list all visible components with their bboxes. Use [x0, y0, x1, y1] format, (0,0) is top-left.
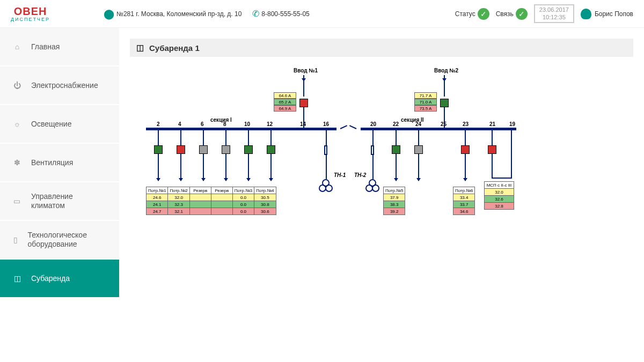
phone-text: 8-800-555-55-05	[261, 10, 309, 18]
address-text: №281 г. Москва, Коломенский пр-зд, д. 10	[116, 10, 241, 18]
busbar-2	[361, 128, 516, 130]
feeder-number: 2	[157, 121, 160, 127]
bulb-icon: ☼	[11, 117, 24, 130]
feeder-number: 6	[201, 121, 204, 127]
consumer-table-1: Потр.№1Потр.№2РезервРезервПотр.№3Потр.№4…	[146, 187, 276, 215]
user[interactable]: Борис Попов	[581, 9, 633, 19]
link-check-icon: ✓	[516, 8, 528, 20]
logo-main: ОВЕН	[14, 5, 47, 18]
feeder-number: 16	[323, 121, 329, 127]
msp-table: МСП с II-с III 32.0 32.6 32.8	[484, 181, 514, 210]
input2-label: Ввод №2	[434, 68, 458, 73]
status-indicator: Статус ✓	[455, 8, 489, 20]
feeder-number: 12	[267, 121, 273, 127]
tn2-label: ТН-2	[354, 172, 366, 178]
sidebar-item-label: Управление климатом	[31, 192, 108, 210]
input1-measure-3: 64.9 A	[274, 105, 296, 112]
sidebar: ⌂ Главная ⏻ Электроснабжение ☼ Освещение…	[0, 28, 119, 362]
page-title: Субаренда 1	[149, 43, 200, 53]
feeder-number: 25	[441, 121, 447, 127]
sidebar-item-power[interactable]: ⏻ Электроснабжение	[0, 67, 119, 104]
breaker-feeder-4[interactable]	[177, 145, 185, 154]
fuse-tn1	[324, 145, 327, 155]
input1-label: Ввод №1	[294, 68, 318, 73]
date: 23.06.2017	[539, 6, 569, 13]
page-title-icon: ◫	[136, 43, 144, 53]
consumer-table-2: Потр.№5 37.9 38.3 39.2	[383, 187, 405, 215]
busbar-1	[146, 128, 336, 130]
section1-label: секция I	[210, 117, 232, 123]
header: ОВЕН ДИСПЕТЧЕР ⬤ №281 г. Москва, Коломен…	[0, 0, 644, 28]
sidebar-item-climate[interactable]: ▭ Управление климатом	[0, 182, 119, 220]
sidebar-item-label: Освещение	[31, 120, 71, 129]
feeder-number: 21	[489, 121, 495, 127]
input2-measure-3: 73.5 A	[414, 105, 437, 112]
feeder-number: 22	[393, 121, 399, 127]
user-icon	[581, 9, 591, 19]
sidebar-item-tech[interactable]: ▯ Технологическое оборудование	[0, 221, 119, 258]
feeder-number: 14	[300, 121, 306, 127]
status-label: Статус	[455, 10, 475, 18]
phone: ✆ 8-800-555-55-05	[252, 9, 309, 19]
breaker-feeder-23[interactable]	[461, 145, 470, 154]
sidebar-item-label: Вентиляция	[31, 158, 73, 167]
sidebar-item-lighting[interactable]: ☼ Освещение	[0, 105, 119, 143]
feeder-number: 23	[463, 121, 469, 127]
input1-measure-2: 65.2 A	[274, 99, 296, 105]
breaker-feeder-24[interactable]	[414, 145, 423, 154]
consumer-table-3: Потр.№6 33.4 33.7 34.6	[453, 187, 475, 215]
arrow-icon	[302, 78, 306, 82]
input1-measure-1: 64.6 A	[274, 92, 296, 99]
plug-icon: ⏻	[11, 79, 24, 92]
location-pin-icon: ⬤	[104, 8, 114, 20]
fuse-tn2	[371, 145, 374, 155]
sidebar-item-label: Главная	[31, 42, 60, 51]
sidebar-item-ventilation[interactable]: ✽ Вентиляция	[0, 144, 119, 181]
arrow-icon	[442, 78, 447, 82]
sidebar-item-sublease[interactable]: ◫ Субаренда	[0, 260, 119, 297]
logo[interactable]: ОВЕН ДИСПЕТЧЕР	[11, 5, 50, 22]
breaker-feeder-22[interactable]	[392, 145, 400, 154]
link-indicator: Связь ✓	[496, 8, 528, 20]
electrical-diagram: Ввод №1 64.6 A 65.2 A 64.9 A Ввод №2 71.…	[135, 68, 516, 250]
sidebar-item-label: Технологическое оборудование	[28, 231, 109, 249]
sidebar-item-home[interactable]: ⌂ Главная	[0, 28, 119, 65]
feeder-number: 10	[244, 121, 250, 127]
address: ⬤ №281 г. Москва, Коломенский пр-зд, д. …	[104, 8, 241, 20]
feeder-number: 24	[415, 121, 421, 127]
breaker-input2[interactable]	[440, 99, 449, 107]
feeder-number: 19	[509, 121, 515, 127]
equipment-icon: ▯	[11, 233, 20, 246]
bus-coupler[interactable]	[340, 125, 356, 132]
sidebar-item-label: Субаренда	[31, 274, 70, 283]
status-check-icon: ✓	[478, 8, 489, 20]
logo-sub: ДИСПЕТЧЕР	[11, 17, 50, 22]
breaker-feeder-10[interactable]	[244, 145, 253, 154]
input2-measure-2: 71.0 A	[414, 99, 437, 105]
datetime-box: 23.06.2017 10:12:35	[534, 4, 574, 23]
breaker-feeder-21[interactable]	[488, 145, 496, 154]
input2-measure-1: 71.7 A	[414, 92, 437, 99]
ac-icon: ▭	[11, 195, 24, 208]
user-name: Борис Попов	[595, 10, 633, 18]
page-title-bar: ◫ Субаренда 1	[130, 39, 633, 57]
link-label: Связь	[496, 10, 514, 18]
breaker-input1[interactable]	[299, 99, 308, 107]
feeder-number: 20	[370, 121, 376, 127]
breaker-feeder-12[interactable]	[267, 145, 275, 154]
time: 10:12:35	[539, 14, 569, 21]
content: ◫ Субаренда 1 Ввод №1 64.6 A 65.2 A 64.9…	[119, 28, 644, 362]
breaker-feeder-2[interactable]	[154, 145, 163, 154]
home-icon: ⌂	[11, 40, 24, 53]
sidebar-item-label: Электроснабжение	[31, 81, 98, 90]
feeder-number: 4	[178, 121, 181, 127]
tn1-label: ТН-1	[334, 172, 346, 178]
phone-icon: ✆	[252, 9, 259, 19]
breaker-feeder-6[interactable]	[199, 145, 208, 154]
breaker-feeder-8[interactable]	[222, 145, 230, 154]
header-right: Статус ✓ Связь ✓ 23.06.2017 10:12:35 Бор…	[455, 4, 633, 23]
sublease-icon: ◫	[11, 272, 24, 285]
fan-icon: ✽	[11, 156, 24, 169]
feeder-number: 8	[223, 121, 226, 127]
